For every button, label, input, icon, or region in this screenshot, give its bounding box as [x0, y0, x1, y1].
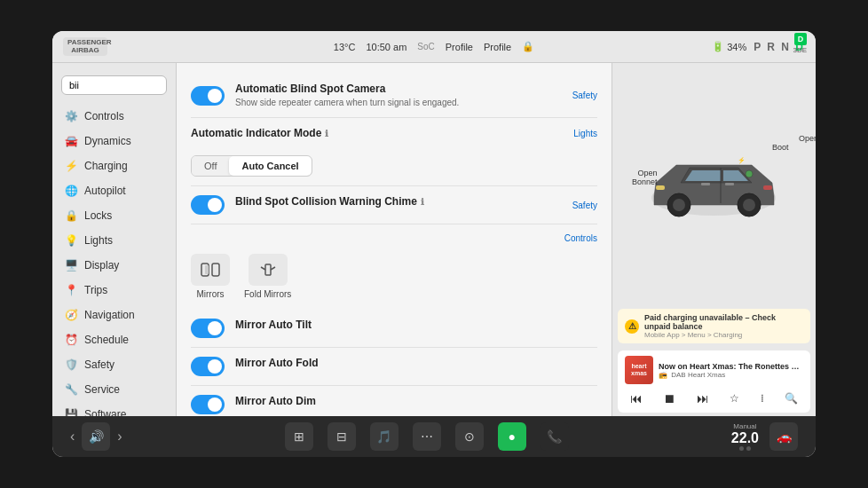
sidebar-item-autopilot[interactable]: 🌐 Autopilot — [52, 178, 176, 203]
temp-dot-1 — [739, 446, 744, 451]
locks-icon: 🔒 — [65, 209, 77, 222]
status-bar: PASSENGER AIRBAG 13°C 10:50 am SoC Profi… — [52, 31, 816, 63]
mirror-dim-toggle[interactable] — [191, 395, 225, 414]
fold-mirrors-svg — [257, 261, 279, 279]
svg-text:⚡: ⚡ — [738, 156, 746, 164]
search-input[interactable] — [61, 75, 167, 95]
blind-spot-toggle[interactable] — [191, 86, 225, 106]
sidebar-item-trips[interactable]: 📍 Trips — [52, 278, 176, 303]
open-boot-label[interactable]: Open Boot — [772, 125, 816, 161]
main-screen: PASSENGER AIRBAG 13°C 10:50 am SoC Profi… — [52, 31, 816, 457]
mirror-auto-dim-row: Mirror Auto Dim — [191, 386, 597, 416]
music-button[interactable]: 🎵 — [370, 422, 398, 451]
favorite-button[interactable]: ☆ — [726, 390, 743, 406]
phone-button[interactable]: 📞 — [541, 422, 569, 451]
fold-mirrors-label: Fold Mirrors — [244, 289, 291, 299]
software-icon: 💾 — [65, 408, 77, 416]
profile-link[interactable]: Profile — [446, 42, 473, 52]
charging-warning-title: Paid charging unavailable – Check unpaid… — [644, 313, 803, 331]
warning-icon: ⚠ — [625, 319, 639, 334]
open-bonnet-label[interactable]: Open Bonnet — [632, 169, 658, 186]
svg-point-15 — [746, 170, 753, 177]
mirror-auto-fold-row: Mirror Auto Fold — [191, 348, 597, 386]
music-station: 📻 DAB Heart Xmas — [659, 371, 803, 379]
trips-icon: 📍 — [65, 284, 77, 296]
car-status-button[interactable]: 🚗 — [769, 422, 798, 451]
sidebar-item-charging[interactable]: ⚡ Charging — [52, 153, 176, 178]
sidebar-item-lights[interactable]: 💡 Lights — [52, 228, 176, 253]
drive-indicator-d: D — [794, 33, 807, 45]
camera-button[interactable]: ⊙ — [455, 422, 484, 451]
indicator-auto-cancel-button[interactable]: Auto Cancel — [229, 156, 311, 176]
main-area: ⚙️ Controls 🚘 Dynamics ⚡ Charging 🌐 Auto… — [52, 63, 816, 416]
indicator-off-button[interactable]: Off — [192, 156, 229, 176]
stop-button[interactable]: ⏹ — [659, 390, 679, 407]
taskbar: ‹ 🔊 › ⊞ ⊟ 🎵 ⋯ ⊙ ● 📞 Manual 22.0 — [52, 416, 816, 457]
mirror-fold-track[interactable] — [191, 357, 225, 376]
mirror-fold-toggle[interactable] — [191, 357, 225, 376]
blind-spot-track[interactable] — [191, 86, 225, 106]
collision-thumb — [208, 198, 222, 212]
next-button[interactable]: ⏭ — [693, 390, 713, 407]
volume-button[interactable]: 🔊 — [82, 422, 110, 451]
blind-spot-desc: Show side repeater camera when turn sign… — [235, 97, 562, 108]
soc-indicator: SoC — [417, 42, 434, 51]
mirrors-button[interactable]: Mirrors — [191, 254, 230, 299]
sidebar-item-dynamics[interactable]: 🚘 Dynamics — [52, 129, 176, 153]
mirror-tilt-thumb — [208, 321, 222, 335]
mirror-dim-title: Mirror Auto Dim — [235, 395, 597, 407]
mirror-tilt-toggle[interactable] — [191, 319, 225, 338]
taskbar-next[interactable]: › — [117, 429, 122, 445]
collision-info: Blind Spot Collision Warning Chime ℹ — [235, 195, 562, 209]
svg-rect-13 — [701, 183, 710, 185]
sidebar-item-service[interactable]: 🔧 Service — [52, 377, 176, 402]
autopilot-icon: 🌐 — [65, 185, 77, 197]
charging-warning-subtitle: Mobile App > Menu > Charging — [644, 331, 803, 339]
fold-mirrors-button[interactable]: Fold Mirrors — [244, 254, 291, 299]
music-info: Now on Heart Xmas: The Ronettes with Fro… — [659, 362, 803, 379]
collision-track[interactable] — [191, 195, 225, 215]
sidebar-item-schedule[interactable]: ⏰ Schedule — [52, 327, 176, 352]
temp-label: Manual — [731, 422, 759, 430]
temp-dots — [731, 446, 759, 451]
sidebar-item-display[interactable]: 🖥️ Display — [52, 253, 176, 278]
home-button[interactable]: ⊞ — [285, 422, 313, 451]
mirror-auto-tilt-row: Mirror Auto Tilt — [191, 310, 597, 348]
sidebar-item-safety[interactable]: 🛡️ Safety — [52, 352, 176, 377]
station-icon: 📻 — [659, 371, 667, 379]
indicator-button-group: Off Auto Cancel — [191, 155, 312, 177]
collision-toggle[interactable] — [191, 195, 225, 215]
taskbar-prev[interactable]: ‹ — [70, 429, 75, 445]
sidebar-item-navigation[interactable]: 🧭 Navigation — [52, 303, 176, 327]
right-status: 🔋 34% P R N D — [712, 41, 805, 53]
collision-title: Blind Spot Collision Warning Chime ℹ — [235, 195, 562, 208]
more-button[interactable]: ⋯ — [413, 422, 441, 451]
mirror-tilt-title: Mirror Auto Tilt — [235, 319, 597, 331]
temperature-control[interactable]: Manual 22.0 — [731, 422, 759, 451]
search-music-button[interactable]: 🔍 — [781, 390, 801, 406]
sidebar-item-locks[interactable]: 🔒 Locks — [52, 203, 176, 228]
lights-icon: 💡 — [65, 234, 77, 247]
right-panel: Open Bonnet Open Boot — [612, 63, 816, 416]
lock-icon: 🔒 — [522, 41, 534, 52]
media-button[interactable]: ⊟ — [327, 422, 356, 451]
car-svg: ⚡ — [636, 134, 792, 232]
service-icon: 🔧 — [65, 383, 77, 396]
mirrors-label: Mirrors — [196, 289, 224, 299]
svg-point-8 — [673, 199, 685, 211]
search-box[interactable] — [52, 70, 176, 100]
time-display: 10:50 am — [366, 42, 406, 52]
equalizer-button[interactable]: ⁞ — [757, 390, 768, 406]
taskbar-center: ⊞ ⊟ 🎵 ⋯ ⊙ ● 📞 — [137, 422, 717, 451]
charging-icon: ⚡ — [65, 160, 77, 172]
spotify-button[interactable]: ● — [498, 422, 526, 451]
mirror-dim-thumb — [208, 397, 222, 412]
mirror-dim-track[interactable] — [191, 395, 225, 414]
sidebar-item-software[interactable]: 💾 Software — [52, 402, 176, 416]
prev-button[interactable]: ⏮ — [627, 390, 646, 407]
mirror-tilt-track[interactable] — [191, 319, 225, 338]
taskbar-left: ‹ 🔊 › — [70, 422, 122, 451]
controls-icon: ⚙️ — [65, 110, 77, 122]
sidebar-item-controls[interactable]: ⚙️ Controls — [52, 104, 176, 129]
drive-indicator-label: 3DE — [793, 46, 807, 54]
